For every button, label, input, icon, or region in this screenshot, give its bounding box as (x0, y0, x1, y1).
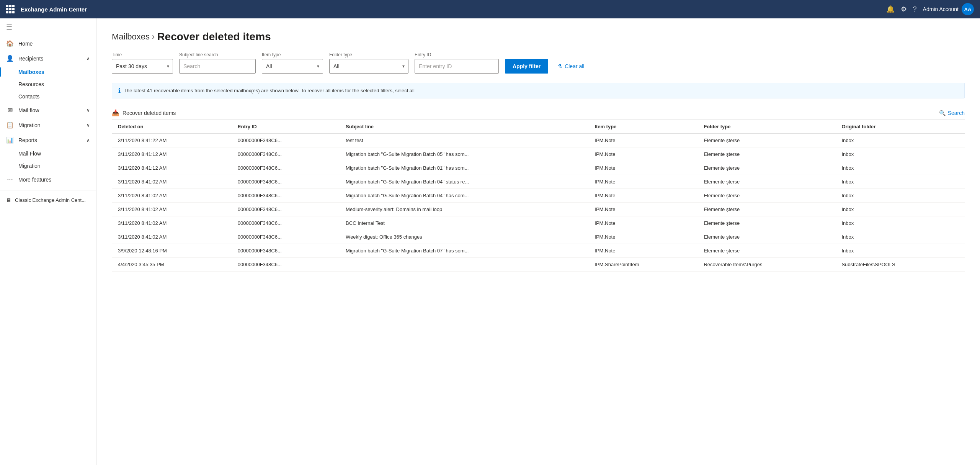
cell-entry-id: 00000000F348C6... (233, 258, 341, 272)
recover-deleted-button[interactable]: Recover deleted items (122, 110, 176, 116)
help-icon[interactable]: ? (913, 5, 917, 13)
cell-item-type: IPM.Note (590, 161, 699, 175)
breadcrumb-parent[interactable]: Mailboxes (112, 32, 150, 42)
table-row[interactable]: 3/11/2020 8:41:22 AM 00000000F348C6... t… (112, 134, 965, 147)
cell-item-type: IPM.Note (590, 189, 699, 203)
cell-subject-line: Migration batch "G-Suite Migration Batch… (341, 147, 590, 161)
folder-type-select[interactable]: All Elemente șterse Recoverable Items\Pu… (329, 59, 408, 74)
sidebar-item-label: Reports (18, 137, 37, 143)
cell-deleted-on: 3/9/2020 12:48:16 PM (112, 244, 233, 258)
waffle-menu[interactable] (6, 5, 15, 13)
search-label: Search (948, 110, 965, 116)
table-body: 3/11/2020 8:41:22 AM 00000000F348C6... t… (112, 134, 965, 272)
table-row[interactable]: 3/11/2020 8:41:02 AM 00000000F348C6... W… (112, 230, 965, 244)
sidebar-sub-label: Resources (18, 81, 44, 87)
reports-icon: 📊 (6, 136, 14, 144)
sidebar-sub-label: Mailboxes (18, 69, 44, 75)
table-row[interactable]: 3/11/2020 8:41:12 AM 00000000F348C6... M… (112, 161, 965, 175)
sidebar-sub-label: Contacts (18, 93, 39, 100)
entry-id-input[interactable] (415, 59, 499, 74)
classic-admin-link[interactable]: 🖥 Classic Exchange Admin Cent... (0, 193, 96, 207)
sidebar-toggle[interactable]: ☰ (0, 18, 96, 36)
cell-original-folder: Inbox (837, 147, 965, 161)
cell-folder-type: Elemente șterse (699, 134, 837, 147)
sidebar-item-mailflow-report[interactable]: Mail Flow (0, 147, 96, 160)
sidebar-item-resources[interactable]: Resources (0, 78, 96, 90)
home-icon: 🏠 (6, 40, 14, 47)
waffle-icon (6, 5, 15, 13)
folder-type-select-wrapper: All Elemente șterse Recoverable Items\Pu… (329, 59, 408, 74)
cell-folder-type: Elemente șterse (699, 175, 837, 189)
sidebar-item-contacts[interactable]: Contacts (0, 90, 96, 103)
table-header: Deleted on Entry ID Subject line Item ty… (112, 120, 965, 134)
cell-subject-line: Migration batch "G-Suite Migration Batch… (341, 189, 590, 203)
cell-folder-type: Elemente șterse (699, 189, 837, 203)
table-search-button[interactable]: 🔍 Search (939, 110, 965, 116)
cell-entry-id: 00000000F348C6... (233, 244, 341, 258)
sidebar-item-recipients[interactable]: 👤 Recipients ∧ (0, 51, 96, 66)
user-menu[interactable]: Admin Account AA (923, 3, 974, 15)
table-row[interactable]: 3/9/2020 12:48:16 PM 00000000F348C6... M… (112, 244, 965, 258)
table-row[interactable]: 3/11/2020 8:41:02 AM 00000000F348C6... B… (112, 216, 965, 230)
time-select[interactable]: Past 24 hours Past 7 days Past 30 days P… (112, 59, 173, 74)
col-header-original-folder[interactable]: Original folder (837, 120, 965, 134)
sidebar-item-migration-report[interactable]: Migration (0, 160, 96, 172)
table-row[interactable]: 3/11/2020 8:41:02 AM 00000000F348C6... M… (112, 189, 965, 203)
cell-item-type: IPM.Note (590, 203, 699, 216)
info-bar: ℹ The latest 41 recoverable items from t… (112, 83, 965, 98)
col-header-subject-line[interactable]: Subject line (341, 120, 590, 134)
search-icon: 🔍 (939, 110, 946, 116)
cell-folder-type: Elemente șterse (699, 216, 837, 230)
sidebar-item-more-features[interactable]: ⋯ More features (0, 172, 96, 187)
cell-deleted-on: 3/11/2020 8:41:12 AM (112, 147, 233, 161)
filter-bar: Time Past 24 hours Past 7 days Past 30 d… (112, 52, 965, 74)
time-select-wrapper: Past 24 hours Past 7 days Past 30 days P… (112, 59, 173, 74)
cell-folder-type: Elemente șterse (699, 161, 837, 175)
cell-entry-id: 00000000F348C6... (233, 189, 341, 203)
col-header-item-type[interactable]: Item type (590, 120, 699, 134)
app-title: Exchange Admin Center (21, 6, 886, 13)
cell-entry-id: 00000000F348C6... (233, 175, 341, 189)
clear-all-button[interactable]: ⚗ Clear all (551, 59, 590, 74)
sidebar: ☰ 🏠 Home 👤 Recipients ∧ Mailboxes Resour… (0, 18, 96, 465)
table-row[interactable]: 3/11/2020 8:41:02 AM 00000000F348C6... M… (112, 203, 965, 216)
cell-item-type: IPM.Note (590, 244, 699, 258)
sidebar-item-mailboxes[interactable]: Mailboxes (0, 66, 96, 78)
sidebar-item-mailflow[interactable]: ✉ Mail flow ∨ (0, 103, 96, 118)
breadcrumb: Mailboxes › Recover deleted items (112, 31, 965, 43)
recipients-icon: 👤 (6, 55, 14, 62)
cell-deleted-on: 3/11/2020 8:41:02 AM (112, 189, 233, 203)
user-name: Admin Account (923, 6, 959, 12)
sidebar-item-migration[interactable]: 📋 Migration ∨ (0, 118, 96, 133)
settings-icon[interactable]: ⚙ (901, 5, 907, 13)
cell-original-folder: Inbox (837, 189, 965, 203)
col-header-folder-type[interactable]: Folder type (699, 120, 837, 134)
main-content: Mailboxes › Recover deleted items Time P… (96, 18, 980, 465)
sidebar-item-reports[interactable]: 📊 Reports ∧ (0, 133, 96, 147)
page-title: Recover deleted items (157, 31, 271, 43)
sidebar-item-home[interactable]: 🏠 Home (0, 36, 96, 51)
sidebar-nav: 🏠 Home 👤 Recipients ∧ Mailboxes Resource… (0, 36, 96, 187)
col-header-deleted-on[interactable]: Deleted on (112, 120, 233, 134)
table-row[interactable]: 3/11/2020 8:41:12 AM 00000000F348C6... M… (112, 147, 965, 161)
chevron-up-icon: ∧ (87, 138, 90, 143)
col-header-entry-id[interactable]: Entry ID (233, 120, 341, 134)
table-row[interactable]: 3/11/2020 8:41:02 AM 00000000F348C6... M… (112, 175, 965, 189)
breadcrumb-separator: › (152, 32, 155, 42)
subject-search-input[interactable] (179, 59, 256, 74)
item-type-select[interactable]: All IPM.Note IPM.Appointment IPM.Task (262, 59, 323, 74)
classic-icon: 🖥 (6, 197, 11, 203)
cell-folder-type: Elemente șterse (699, 244, 837, 258)
cell-item-type: IPM.Note (590, 175, 699, 189)
cell-subject-line: Weekly digest: Office 365 changes (341, 230, 590, 244)
table-row[interactable]: 4/4/2020 3:45:35 PM 00000000F348C6... IP… (112, 258, 965, 272)
topbar-actions: 🔔 ⚙ ? Admin Account AA (886, 3, 974, 15)
migration-icon: 📋 (6, 121, 14, 129)
cell-original-folder: Inbox (837, 216, 965, 230)
cell-original-folder: SubstrateFiles\SPOOLS (837, 258, 965, 272)
item-type-select-wrapper: All IPM.Note IPM.Appointment IPM.Task (262, 59, 323, 74)
cell-item-type: IPM.Note (590, 216, 699, 230)
notification-icon[interactable]: 🔔 (886, 5, 895, 13)
topbar: Exchange Admin Center 🔔 ⚙ ? Admin Accoun… (0, 0, 980, 18)
apply-filter-button[interactable]: Apply filter (505, 59, 548, 74)
